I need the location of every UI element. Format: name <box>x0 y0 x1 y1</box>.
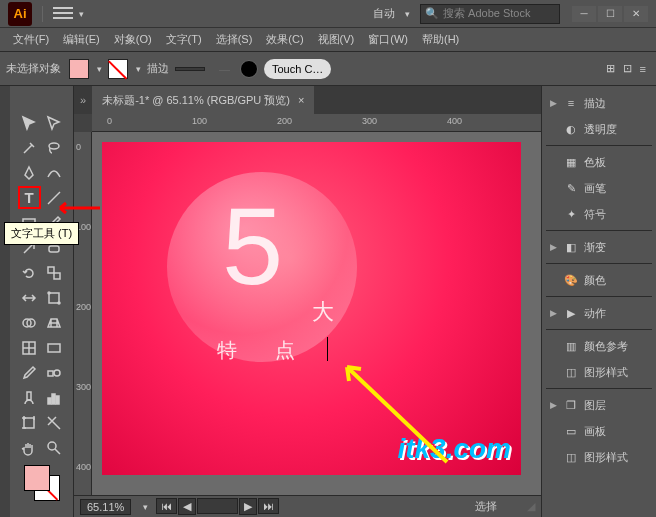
artboard-tool[interactable] <box>18 411 41 434</box>
menu-help[interactable]: 帮助(H) <box>415 32 466 47</box>
free-transform-tool[interactable] <box>43 286 66 309</box>
menu-type[interactable]: 文字(T) <box>159 32 209 47</box>
zoom-tool[interactable] <box>43 436 66 459</box>
panel-color[interactable]: 🎨颜色 <box>546 267 652 293</box>
svg-rect-2 <box>49 246 59 252</box>
menu-view[interactable]: 视图(V) <box>311 32 362 47</box>
menu-edit[interactable]: 编辑(E) <box>56 32 107 47</box>
panel-transparency[interactable]: ◐透明度 <box>546 116 652 142</box>
fill-color[interactable] <box>24 465 50 491</box>
svg-rect-17 <box>56 396 59 404</box>
tab-close-icon[interactable]: × <box>298 94 304 106</box>
menu-select[interactable]: 选择(S) <box>209 32 260 47</box>
canvas[interactable]: 5 大 特 点 itk3.com <box>92 132 541 495</box>
mesh-tool[interactable] <box>18 336 41 359</box>
close-button[interactable]: ✕ <box>624 6 648 22</box>
eyedropper-tool[interactable] <box>18 361 41 384</box>
minimize-button[interactable]: ─ <box>572 6 596 22</box>
document-area: » 未标题-1* @ 65.11% (RGB/GPU 预览) × 0 100 2… <box>74 86 541 517</box>
column-graph-tool[interactable] <box>43 386 66 409</box>
text-big-5[interactable]: 5 <box>222 182 283 309</box>
menu-effect[interactable]: 效果(C) <box>259 32 310 47</box>
titlebar: Ai ▾ 自动 ▾ 🔍 搜索 Adobe Stock ─ ☐ ✕ <box>0 0 656 28</box>
rotate-tool[interactable] <box>18 261 41 284</box>
chevron-down-icon[interactable]: ▾ <box>405 9 410 19</box>
panel-gradient[interactable]: ▶◧渐变 <box>546 234 652 260</box>
text-tedian[interactable]: 特 点 <box>217 337 311 364</box>
text-da[interactable]: 大 <box>312 297 334 327</box>
panel-brushes[interactable]: ✎画笔 <box>546 175 652 201</box>
stroke-swatch[interactable] <box>108 59 128 79</box>
panel-graphic-styles[interactable]: ◫图形样式 <box>546 359 652 385</box>
color-icon: 🎨 <box>562 272 580 288</box>
scale-tool[interactable] <box>43 261 66 284</box>
fill-stroke-picker[interactable] <box>24 465 60 501</box>
artboard-nav[interactable]: ⏮◀ ▶⏭ <box>156 498 280 515</box>
workspace-menu-icon[interactable] <box>53 7 73 21</box>
control-bar: 未选择对象 ▾ ▾ 描边 — Touch C… ⊞ ⊡ ≡ <box>0 52 656 86</box>
gradient-tool[interactable] <box>43 336 66 359</box>
svg-point-13 <box>54 370 60 376</box>
fill-swatch[interactable] <box>69 59 89 79</box>
type-tool-tooltip: 文字工具 (T) <box>4 222 79 245</box>
brush-preview[interactable] <box>240 60 258 78</box>
hand-tool[interactable] <box>18 436 41 459</box>
gradient-icon: ◧ <box>562 239 580 255</box>
curvature-tool[interactable] <box>43 161 66 184</box>
no-selection-label: 未选择对象 <box>6 61 61 76</box>
menu-window[interactable]: 窗口(W) <box>361 32 415 47</box>
slice-tool[interactable] <box>43 411 66 434</box>
zoom-input[interactable]: 65.11% <box>80 499 131 515</box>
panel-stroke[interactable]: ▶≡描边 <box>546 90 652 116</box>
magic-wand-tool[interactable] <box>18 136 41 159</box>
panel-actions[interactable]: ▶▶动作 <box>546 300 652 326</box>
direct-selection-tool[interactable] <box>43 111 66 134</box>
actions-icon: ▶ <box>562 305 580 321</box>
graphic-styles-icon: ◫ <box>562 449 580 465</box>
menu-file[interactable]: 文件(F) <box>6 32 56 47</box>
menu-object[interactable]: 对象(O) <box>107 32 159 47</box>
tab-overflow-icon[interactable]: » <box>74 94 92 106</box>
document-tab[interactable]: 未标题-1* @ 65.11% (RGB/GPU 预览) × <box>92 86 314 114</box>
stroke-weight-input[interactable] <box>175 67 205 71</box>
stroke-label[interactable]: 描边 <box>147 61 169 76</box>
text-cursor <box>327 337 328 361</box>
status-select-label: 选择 <box>475 499 497 514</box>
search-input[interactable]: 🔍 搜索 Adobe Stock <box>420 4 560 24</box>
tab-bar: » 未标题-1* @ 65.11% (RGB/GPU 预览) × <box>74 86 541 114</box>
transform-icon[interactable]: ⊡ <box>623 62 632 75</box>
panel-menu-icon[interactable]: ≡ <box>640 63 646 75</box>
auto-label[interactable]: 自动 <box>373 6 395 21</box>
panel-graphic-styles-2[interactable]: ◫图形样式 <box>546 444 652 470</box>
chevron-down-icon[interactable]: ▾ <box>79 9 84 19</box>
panel-artboards[interactable]: ▭画板 <box>546 418 652 444</box>
svg-rect-14 <box>27 392 31 400</box>
horizontal-ruler[interactable]: 0 100 200 300 400 <box>92 114 541 132</box>
artboard[interactable]: 5 大 特 点 itk3.com <box>102 142 521 475</box>
symbol-sprayer-tool[interactable] <box>18 386 41 409</box>
svg-point-6 <box>48 292 50 294</box>
type-tool[interactable]: T <box>18 186 41 209</box>
lasso-tool[interactable] <box>43 136 66 159</box>
brush-selector[interactable]: Touch C… <box>264 59 331 79</box>
perspective-grid-tool[interactable] <box>43 311 66 334</box>
status-bar: 65.11% ▾ ⏮◀ ▶⏭ 选择 ◢ <box>74 495 541 517</box>
svg-point-0 <box>49 143 59 149</box>
panel-swatches[interactable]: ▦色板 <box>546 149 652 175</box>
panel-color-guide[interactable]: ▥颜色参考 <box>546 333 652 359</box>
app-logo: Ai <box>8 2 32 26</box>
pen-tool[interactable] <box>18 161 41 184</box>
maximize-button[interactable]: ☐ <box>598 6 622 22</box>
artboards-icon: ▭ <box>562 423 580 439</box>
shape-builder-tool[interactable] <box>18 311 41 334</box>
panel-layers[interactable]: ▶❐图层 <box>546 392 652 418</box>
resize-grip-icon[interactable]: ◢ <box>527 500 535 513</box>
panel-symbols[interactable]: ✦符号 <box>546 201 652 227</box>
vertical-ruler[interactable]: 0 100 200 300 400 <box>74 132 92 495</box>
align-icon[interactable]: ⊞ <box>606 62 615 75</box>
svg-rect-11 <box>48 344 60 352</box>
blend-tool[interactable] <box>43 361 66 384</box>
svg-point-7 <box>58 302 60 304</box>
selection-tool[interactable] <box>18 111 41 134</box>
width-tool[interactable] <box>18 286 41 309</box>
